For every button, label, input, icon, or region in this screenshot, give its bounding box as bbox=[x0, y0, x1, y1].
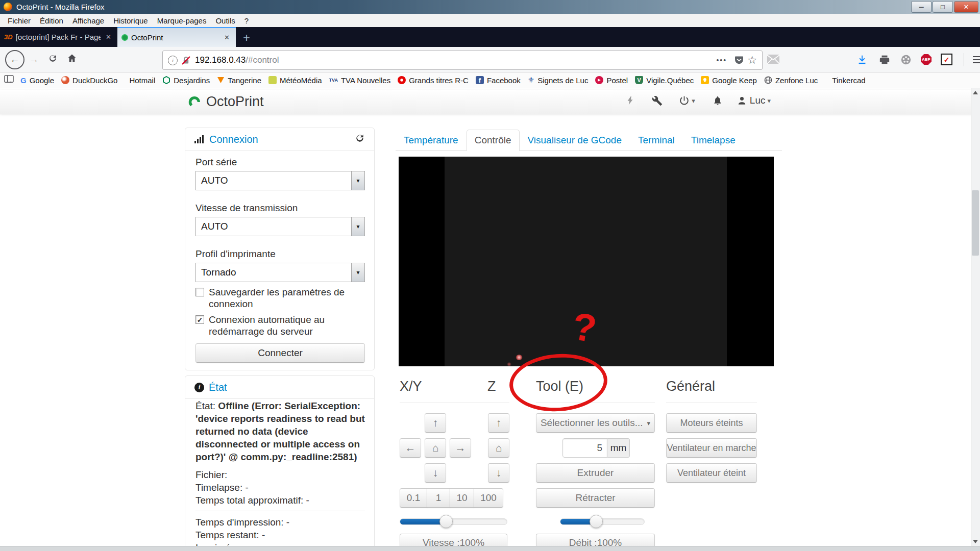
retract-button[interactable]: Rétracter bbox=[536, 488, 655, 508]
xy-home-button[interactable]: ⌂ bbox=[425, 438, 446, 458]
bookmark-label: Grands titres R-C bbox=[409, 76, 469, 85]
notifications-bell-icon[interactable] bbox=[713, 95, 723, 106]
select-arrow-icon[interactable]: ▾ bbox=[351, 217, 364, 236]
insecure-lock-icon[interactable] bbox=[182, 56, 190, 65]
tab-gcode-viewer[interactable]: Visualiseur de GCode bbox=[520, 130, 630, 151]
printer-profile-select[interactable]: Tornado ▾ bbox=[195, 263, 365, 282]
browser-tab-octoprint-pack[interactable]: 3D [octoprint] Pack Fr - Page 3 - P ✕ bbox=[0, 27, 117, 47]
bookmark-postel[interactable]: Postel bbox=[592, 75, 631, 86]
bookmark-tinkercad[interactable]: Tinkercad bbox=[821, 75, 869, 86]
site-info-icon[interactable]: i bbox=[168, 56, 178, 65]
page-actions-icon[interactable]: ••• bbox=[716, 56, 727, 64]
power-menu[interactable]: ▾ bbox=[679, 95, 695, 106]
menu-historique[interactable]: Historique bbox=[109, 15, 153, 27]
bookmark-tangerine[interactable]: Tangerine bbox=[213, 75, 265, 86]
extrude-button[interactable]: Extruder bbox=[536, 463, 655, 483]
tab-close-icon[interactable]: ✕ bbox=[222, 34, 232, 41]
scroll-up-icon[interactable] bbox=[973, 91, 978, 94]
xy-right-button[interactable]: → bbox=[450, 438, 471, 458]
save-settings-checkbox[interactable] bbox=[195, 288, 204, 296]
bookmark-google-keep[interactable]: Google Keep bbox=[697, 75, 761, 86]
back-button[interactable]: ← bbox=[5, 50, 24, 69]
baudrate-select[interactable]: AUTO ▾ bbox=[195, 217, 365, 236]
tab-terminal[interactable]: Terminal bbox=[630, 130, 683, 151]
bookmark-duckduckgo[interactable]: DuckDuckGo bbox=[58, 75, 121, 86]
bookmark-signets-de-luc[interactable]: ⚜Signets de Luc bbox=[524, 74, 592, 86]
bookmark-google[interactable]: GGoogle bbox=[17, 75, 58, 86]
downloads-icon[interactable] bbox=[856, 54, 868, 68]
bookmark-star-icon[interactable]: ☆ bbox=[747, 54, 757, 66]
xy-left-button[interactable]: ← bbox=[400, 438, 421, 458]
close-button[interactable]: ✕ bbox=[954, 1, 978, 13]
autoconnect-checkbox[interactable]: ✓ bbox=[195, 315, 204, 324]
connection-panel-header[interactable]: Connexion bbox=[185, 128, 374, 151]
flow-slider-knob[interactable] bbox=[590, 515, 603, 528]
state-panel-header[interactable]: i État bbox=[185, 376, 374, 399]
checker-extension-icon[interactable]: ✓ bbox=[941, 54, 952, 65]
user-menu[interactable]: Luc ▾ bbox=[737, 95, 771, 106]
bookmark-hotmail[interactable]: Hotmail bbox=[121, 75, 159, 86]
menu-icon[interactable] bbox=[973, 59, 980, 60]
browser-tab-octoprint[interactable]: OctoPrint ✕ bbox=[117, 27, 236, 47]
scroll-down-icon[interactable] bbox=[973, 540, 978, 543]
bookmark-meteomedia[interactable]: MétéoMédia bbox=[265, 75, 326, 86]
reload-button[interactable] bbox=[48, 54, 58, 66]
mail-icon[interactable] bbox=[767, 54, 780, 67]
fan-off-button[interactable]: Ventilateur éteint bbox=[666, 463, 757, 483]
speed-slider[interactable] bbox=[400, 518, 507, 525]
step-100-button[interactable]: 100 bbox=[474, 488, 503, 508]
select-arrow-icon[interactable]: ▾ bbox=[351, 171, 364, 190]
url-bar[interactable]: i 192.168.0.43 /#control ••• ☆ bbox=[162, 51, 763, 70]
step-0.1-button[interactable]: 0.1 bbox=[400, 488, 427, 508]
bookmark-vigile-quebec[interactable]: VVigile.Québec bbox=[631, 75, 697, 86]
connection-bolt-icon[interactable] bbox=[625, 95, 635, 106]
menu-marque-pages[interactable]: Marque-pages bbox=[153, 15, 211, 27]
tool-select-button[interactable]: Sélectionner les outils... ▾ bbox=[536, 413, 655, 433]
connect-button[interactable]: Connecter bbox=[195, 343, 365, 363]
z-down-button[interactable]: ↓ bbox=[488, 463, 509, 483]
menu-fichier[interactable]: Fichier bbox=[3, 15, 35, 27]
adblock-plus-icon[interactable]: ABP bbox=[921, 54, 932, 65]
menu-aide[interactable]: ? bbox=[240, 15, 253, 27]
forward-button[interactable]: → bbox=[29, 54, 39, 65]
tab-title: OctoPrint bbox=[131, 33, 219, 42]
extrude-amount-input[interactable]: 5 bbox=[562, 438, 607, 458]
video-downloadhelper-icon[interactable] bbox=[900, 54, 912, 67]
select-arrow-icon[interactable]: ▾ bbox=[351, 263, 364, 282]
page-scrollbar[interactable] bbox=[971, 88, 980, 546]
pocket-icon[interactable] bbox=[734, 55, 744, 65]
bookmark-zenfone-luc[interactable]: Zenfone Luc bbox=[761, 75, 821, 86]
menu-outils[interactable]: Outils bbox=[211, 15, 239, 27]
menu-affichage[interactable]: Affichage bbox=[68, 15, 109, 27]
sidebar-toggle-icon[interactable] bbox=[4, 75, 14, 85]
step-10-button[interactable]: 10 bbox=[450, 488, 474, 508]
print-icon[interactable] bbox=[879, 54, 890, 67]
z-home-button[interactable]: ⌂ bbox=[488, 438, 509, 458]
state-title[interactable]: État bbox=[209, 382, 227, 393]
settings-wrench-icon[interactable] bbox=[652, 95, 663, 106]
xy-up-button[interactable]: ↑ bbox=[425, 413, 446, 433]
bookmark-grands-titres-rc[interactable]: Grands titres R-C bbox=[394, 75, 472, 86]
tab-timelapse[interactable]: Timelapse bbox=[683, 130, 744, 151]
xy-down-button[interactable]: ↓ bbox=[425, 463, 446, 483]
fan-on-button[interactable]: Ventilateur en marche bbox=[666, 438, 757, 458]
step-1-button[interactable]: 1 bbox=[427, 488, 450, 508]
bookmark-facebook[interactable]: fFacebook bbox=[472, 75, 524, 86]
serial-port-select[interactable]: AUTO ▾ bbox=[195, 171, 365, 190]
bookmark-desjardins[interactable]: Desjardins bbox=[159, 75, 213, 86]
minimize-button[interactable]: ─ bbox=[911, 1, 932, 13]
motors-off-button[interactable]: Moteurs éteints bbox=[666, 413, 757, 433]
maximize-button[interactable]: □ bbox=[933, 1, 953, 13]
speed-slider-knob[interactable] bbox=[439, 515, 453, 528]
tab-close-icon[interactable]: ✕ bbox=[104, 33, 113, 41]
connection-title[interactable]: Connexion bbox=[209, 134, 258, 145]
home-button[interactable] bbox=[67, 53, 77, 66]
z-up-button[interactable]: ↑ bbox=[488, 413, 509, 433]
new-tab-button[interactable]: + bbox=[236, 29, 257, 47]
tab-temperature[interactable]: Température bbox=[396, 130, 467, 151]
tab-controle[interactable]: Contrôle bbox=[467, 130, 520, 151]
menu-edition[interactable]: Édition bbox=[35, 15, 68, 27]
scrollbar-thumb[interactable] bbox=[972, 190, 979, 256]
bookmark-tva-nouvelles[interactable]: TVATVA Nouvelles bbox=[326, 75, 395, 86]
refresh-ports-button[interactable] bbox=[355, 133, 365, 145]
